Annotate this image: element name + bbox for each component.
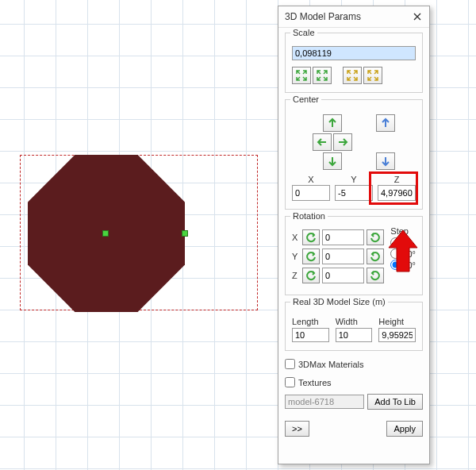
rot-z-ccw-button[interactable] — [302, 268, 320, 283]
rotate-ccw-icon — [305, 251, 317, 262]
arrow-up-blue-icon — [380, 118, 391, 129]
arrows-in-icon — [296, 70, 307, 81]
rot-z-input[interactable] — [322, 268, 364, 283]
step-1-option[interactable]: 1° — [390, 237, 416, 248]
add-to-lib-button[interactable]: Add To Lib — [367, 394, 423, 410]
height-label: Height — [378, 317, 416, 326]
rot-y-cw-button[interactable] — [367, 248, 384, 264]
rot-x-ccw-button[interactable] — [302, 229, 320, 245]
close-button[interactable] — [410, 10, 424, 24]
width-input[interactable] — [336, 328, 373, 342]
center-down-blue-button[interactable] — [376, 152, 395, 170]
rotate-ccw-icon — [305, 232, 317, 243]
step-90-option[interactable]: 90° — [390, 260, 416, 270]
arrow-down-blue-icon — [380, 156, 391, 167]
center-y-input[interactable] — [335, 185, 373, 201]
arrows-out-alt-icon — [367, 70, 378, 81]
model-name-field — [285, 395, 364, 409]
apply-button[interactable]: Apply — [386, 421, 423, 437]
rotation-step: Step 1° 10° 90° — [390, 226, 416, 270]
rot-z-cw-button[interactable] — [367, 268, 384, 283]
step-label: Step — [390, 226, 416, 236]
expand-button[interactable]: >> — [285, 421, 309, 437]
rot-x-input[interactable] — [322, 229, 364, 245]
scale-legend: Scale — [290, 28, 317, 37]
width-label: Width — [336, 317, 373, 326]
arrows-in-alt-icon — [317, 70, 328, 81]
params-panel: 3D Model Params Scale Center — [278, 6, 430, 464]
handle-center[interactable] — [102, 230, 109, 237]
center-down-green-button[interactable] — [323, 152, 342, 170]
real-size-group: Real 3D Model Size (m) Length Width Heig… — [285, 302, 423, 351]
rot-x-cw-button[interactable] — [367, 229, 384, 245]
scale-in-xy-button[interactable] — [292, 67, 311, 84]
length-input[interactable] — [292, 328, 329, 342]
panel-title: 3D Model Params — [285, 11, 361, 22]
center-z-label: Z — [394, 175, 400, 184]
step-10-option[interactable]: 10° — [390, 248, 416, 259]
scale-out-xy-button[interactable] — [313, 67, 332, 84]
arrow-down-icon — [327, 156, 338, 167]
rotate-cw-icon — [370, 270, 381, 281]
arrow-up-icon — [327, 118, 338, 129]
scale-group: Scale — [285, 33, 423, 93]
textures-checkbox[interactable]: Textures — [285, 377, 423, 387]
center-up-blue-button[interactable] — [376, 114, 395, 132]
height-input[interactable] — [378, 328, 416, 342]
center-left-button[interactable] — [313, 133, 332, 151]
center-y-label: Y — [351, 175, 356, 184]
handle-edge[interactable] — [182, 230, 188, 237]
rotate-cw-icon — [370, 232, 381, 243]
rotate-ccw-icon — [305, 270, 317, 281]
rotate-cw-icon — [370, 251, 381, 262]
scale-expand-button[interactable] — [343, 67, 362, 84]
rotation-legend: Rotation — [290, 211, 328, 221]
3dmax-materials-checkbox[interactable]: 3DMax Materials — [285, 359, 423, 369]
scale-input[interactable] — [292, 46, 416, 60]
rot-x-label: X — [292, 233, 300, 242]
rot-y-label: Y — [292, 252, 300, 261]
center-x-label: X — [308, 175, 313, 184]
length-label: Length — [292, 317, 329, 326]
center-x-input[interactable] — [292, 185, 330, 201]
arrows-out-icon — [347, 70, 358, 81]
titlebar: 3D Model Params — [278, 6, 429, 28]
close-icon — [413, 13, 421, 21]
rot-y-ccw-button[interactable] — [302, 248, 320, 264]
center-right-button[interactable] — [333, 133, 352, 151]
rot-z-label: Z — [292, 271, 300, 280]
arrow-left-icon — [317, 137, 328, 148]
center-up-green-button[interactable] — [323, 114, 342, 132]
arrow-right-icon — [337, 137, 348, 148]
real-size-legend: Real 3D Model Size (m) — [290, 297, 388, 306]
rot-y-input[interactable] — [322, 248, 364, 264]
center-group: Center X — [285, 99, 423, 210]
center-legend: Center — [290, 94, 321, 104]
center-z-input[interactable] — [378, 185, 416, 201]
scale-expand-alt-button[interactable] — [363, 67, 382, 84]
rotation-group: Rotation X Y Z Step 1° — [285, 216, 423, 295]
